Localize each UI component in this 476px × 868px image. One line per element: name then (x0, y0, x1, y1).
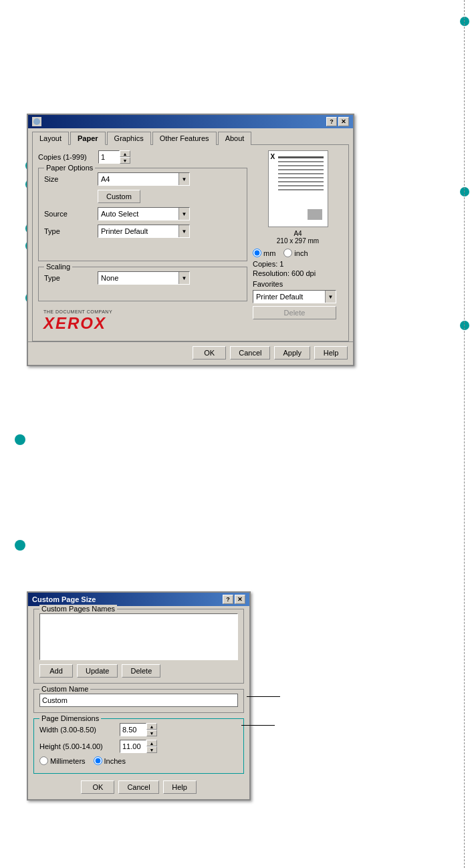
help-titlebar-btn[interactable]: ? (326, 117, 337, 126)
tab-about[interactable]: About (218, 132, 252, 145)
cancel-button[interactable]: Cancel (230, 346, 270, 359)
custom-button[interactable]: Custom (98, 190, 140, 203)
custom-cancel-button[interactable]: Cancel (118, 780, 158, 794)
tab-graphics[interactable]: Graphics (107, 132, 151, 145)
source-label: Source (44, 210, 98, 218)
copies-info: Copies: 1 (253, 260, 343, 268)
mm-label: mm (263, 249, 275, 257)
inches-dim-radio[interactable] (94, 756, 102, 765)
preview-line-8 (278, 185, 324, 186)
preview-page-label: A4 (253, 230, 343, 237)
spinner-down[interactable]: ▼ (120, 157, 130, 164)
size-value: A4 (98, 175, 178, 183)
width-arrow (241, 725, 275, 726)
custom-pages-listbox[interactable] (39, 613, 238, 660)
help-button[interactable]: Help (314, 346, 348, 359)
bullet-7 (15, 540, 25, 551)
height-spinner-up[interactable]: ▲ (146, 740, 157, 746)
apply-button[interactable]: Apply (274, 346, 310, 359)
spinner-up[interactable]: ▲ (120, 150, 130, 157)
width-spinner: ▲ ▼ (120, 723, 157, 736)
height-spinner-down[interactable]: ▼ (146, 746, 157, 753)
paper-options-label: Paper Options (44, 164, 95, 172)
mm-radio-label[interactable]: mm (253, 249, 275, 257)
width-arrow-line (241, 725, 275, 726)
custom-close-btn[interactable]: ✕ (235, 595, 245, 604)
type-value: Printer Default (98, 227, 178, 235)
favorites-section: Favorites Printer Default ▼ Delete (253, 280, 343, 319)
ok-button[interactable]: OK (193, 346, 226, 359)
copies-input[interactable] (98, 150, 120, 164)
source-row: Source Auto Select ▼ (44, 207, 241, 221)
scaling-type-label: Type (44, 274, 98, 282)
scaling-dropdown-arrow[interactable]: ▼ (178, 272, 189, 284)
favorites-arrow[interactable]: ▼ (325, 291, 336, 303)
preview-x: X (271, 153, 275, 160)
tab-other-features[interactable]: Other Features (152, 132, 217, 145)
preview-line-5 (278, 173, 324, 174)
add-button[interactable]: Add (39, 664, 73, 678)
copies-label: Copies (1-999) (38, 153, 98, 161)
xerox-name: XEROX (43, 314, 242, 333)
inches-dim-label[interactable]: Inches (94, 756, 126, 765)
custom-pages-names-group: Custom Pages Names Add Update Delete (33, 609, 244, 684)
size-dropdown[interactable]: A4 ▼ (98, 172, 190, 186)
preview-panel: X A4 210 x 297 mm (253, 150, 343, 335)
mm-radio[interactable] (253, 249, 261, 257)
height-label: Height (5.00-14.00) (39, 742, 120, 750)
custom-titlebar-buttons: ? ✕ (223, 595, 245, 604)
custom-dialog-title: Custom Page Size (32, 595, 96, 603)
mm-dim-label[interactable]: Millimeters (39, 756, 86, 765)
custom-delete-button[interactable]: Delete (122, 664, 160, 678)
mm-dim-radio[interactable] (39, 756, 48, 765)
custom-titlebar-left: Custom Page Size (32, 595, 96, 603)
custom-help-btn[interactable]: ? (223, 595, 233, 604)
preview-line-9 (278, 189, 324, 190)
close-titlebar-btn[interactable]: ✕ (338, 117, 349, 126)
width-input[interactable] (120, 723, 146, 736)
type-dropdown-arrow[interactable]: ▼ (178, 225, 189, 237)
height-input[interactable] (120, 740, 146, 753)
xerox-logo-area: THE DOCUMENT COMPANY XEROX (38, 307, 247, 335)
source-dropdown-arrow[interactable]: ▼ (178, 208, 189, 220)
preview-line-2 (278, 161, 324, 162)
inch-radio-label[interactable]: inch (283, 249, 308, 257)
update-button[interactable]: Update (77, 664, 118, 678)
page-dimensions-label: Page Dimensions (39, 714, 101, 722)
bullet-6 (15, 434, 25, 445)
vertical-divider (464, 0, 465, 868)
custom-page-size-dialog: Custom Page Size ? ✕ Custom Pages Names … (27, 591, 251, 801)
inch-radio[interactable] (283, 249, 292, 257)
width-spinner-down[interactable]: ▼ (146, 730, 157, 736)
tab-paper[interactable]: Paper (70, 132, 106, 145)
tab-layout[interactable]: Layout (32, 132, 69, 145)
size-dropdown-arrow[interactable]: ▼ (178, 173, 189, 185)
arrow-line-1 (247, 696, 280, 697)
custom-name-input[interactable] (39, 694, 238, 707)
scaling-dropdown[interactable]: None ▼ (98, 271, 190, 285)
custom-ok-button[interactable]: OK (81, 780, 114, 794)
delete-button[interactable]: Delete (253, 306, 336, 319)
type-label: Type (44, 227, 98, 235)
source-dropdown[interactable]: Auto Select ▼ (98, 207, 190, 221)
favorites-dropdown[interactable]: Printer Default ▼ (253, 290, 336, 303)
preview-rect (308, 209, 322, 220)
xerox-tagline: THE DOCUMENT COMPANY (43, 309, 242, 314)
copies-row: Copies (1-999) ▲ ▼ (38, 150, 247, 164)
type-dropdown[interactable]: Printer Default ▼ (98, 225, 190, 238)
listbox-buttons: Add Update Delete (39, 664, 238, 678)
page-dimensions-group: Page Dimensions Width (3.00-8.50) ▲ ▼ (33, 718, 244, 774)
custom-help-button[interactable]: Help (163, 780, 197, 794)
title-icon (32, 117, 41, 126)
scaling-value: None (98, 274, 178, 282)
tab-content-paper: Copies (1-999) ▲ ▼ Paper Options (32, 144, 349, 341)
favorites-label: Favorites (253, 280, 343, 288)
height-spinner: ▲ ▼ (120, 740, 157, 753)
custom-name-group: Custom Name (33, 689, 244, 713)
width-spinner-up[interactable]: ▲ (146, 723, 157, 730)
side-dot-1 (460, 17, 469, 26)
resolution-info: Resolution: 600 dpi (253, 269, 343, 277)
side-dot-3 (460, 321, 469, 330)
side-dot-2 (460, 187, 469, 196)
custom-titlebar: Custom Page Size ? ✕ (28, 593, 249, 606)
